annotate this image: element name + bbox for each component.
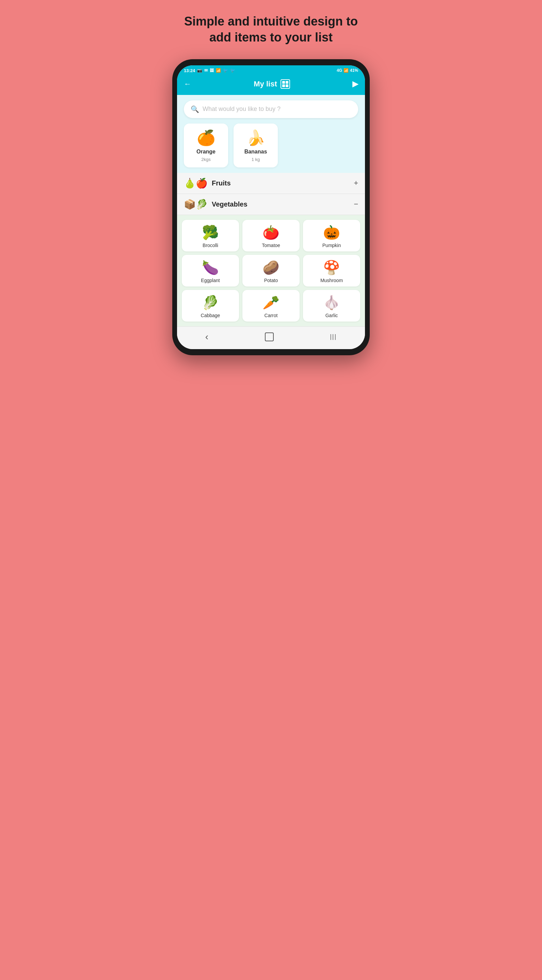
wifi-icon: 📶 [216,68,221,73]
qr-icon[interactable] [281,79,290,89]
category-vegetables[interactable]: 📦🥬 Vegetables − [177,194,365,215]
search-section: 🔍 What would you like to buy ? [177,95,365,124]
mail-icon: ✉ [204,68,208,73]
grid-item-brocolli[interactable]: 🥦 Brocolli [182,220,239,251]
potato-emoji: 🥔 [263,259,279,275]
vegetables-label: Vegetables [212,200,354,208]
orange-emoji: 🍊 [197,129,215,147]
fruits-emoji: 🍐🍎 [184,178,208,189]
camera-icon: 📷 [197,68,202,73]
grid-item-potato[interactable]: 🥔 Potato [242,255,300,286]
headline-line2: add items to your list [209,30,333,44]
app-title-group: My list [253,79,290,89]
brocolli-emoji: 🥦 [202,224,219,240]
grid-item-eggplant[interactable]: 🍆 Eggplant [182,255,239,286]
pumpkin-name: Pumpkin [322,243,341,248]
category-fruits[interactable]: 🍐🍎 Fruits + [177,173,365,194]
qr-dot [282,84,285,87]
carrot-emoji: 🥕 [263,295,279,311]
twitter-icon1: 🐦 [223,68,228,73]
signal-label: 4G [337,68,342,73]
bananas-name: Bananas [244,149,267,155]
item-card-orange[interactable]: 🍊 Orange 2kgs [184,124,228,167]
fruits-toggle[interactable]: + [354,179,358,188]
status-bar: 13:24 📷 ✉ 🖼 📶 🐦 🐦 4G 📶 41% [177,65,365,75]
search-placeholder: What would you like to buy ? [202,105,281,113]
cabbage-name: Cabbage [201,313,220,318]
back-button[interactable]: ← [184,80,191,89]
vegetables-toggle[interactable]: − [354,200,358,208]
forward-button[interactable]: ▶ [352,80,358,89]
status-time: 13:24 [184,68,195,73]
image-icon: 🖼 [210,68,214,73]
battery-label: 41% [350,68,358,73]
recent-items: 🍊 Orange 2kgs 🍌 Bananas 1 kg [177,124,365,173]
search-box[interactable]: 🔍 What would you like to buy ? [184,100,358,118]
status-right: 4G 📶 41% [337,68,358,73]
status-left: 13:24 📷 ✉ 🖼 📶 🐦 🐦 [184,68,235,73]
qr-dot [285,84,289,87]
brocolli-name: Brocolli [202,243,218,248]
app-bar: ← My list ▶ [177,75,365,95]
grid-item-cabbage[interactable]: 🥬 Cabbage [182,290,239,321]
page-wrapper: Simple and intuitive design to add items… [136,14,406,355]
mushroom-name: Mushroom [320,278,343,283]
bottom-nav: ‹ ||| [177,326,365,349]
mushroom-emoji: 🍄 [323,259,340,275]
potato-name: Potato [264,278,278,283]
tomatoe-name: Tomatoe [262,243,280,248]
headline: Simple and intuitive design to add items… [184,14,358,46]
item-card-bananas[interactable]: 🍌 Bananas 1 kg [234,124,278,167]
bananas-emoji: 🍌 [247,129,265,147]
vegetables-emoji: 📦🥬 [184,199,208,210]
fruits-label: Fruits [212,179,354,187]
bananas-qty: 1 kg [252,157,260,162]
twitter-icon2: 🐦 [230,68,235,73]
phone-inner: 13:24 📷 ✉ 🖼 📶 🐦 🐦 4G 📶 41% ← [177,65,365,349]
eggplant-emoji: 🍆 [202,259,219,275]
nav-home-button[interactable] [265,332,274,341]
qr-dot [285,81,289,84]
eggplant-name: Eggplant [201,278,220,283]
orange-name: Orange [196,149,215,155]
qr-dot [282,81,285,84]
tomatoe-emoji: 🍅 [263,224,279,240]
grid-item-carrot[interactable]: 🥕 Carrot [242,290,300,321]
app-title: My list [253,80,277,89]
nav-back-button[interactable]: ‹ [205,331,208,342]
cabbage-emoji: 🥬 [202,295,219,311]
headline-line1: Simple and intuitive design to [184,14,358,28]
search-icon: 🔍 [191,105,199,113]
carrot-name: Carrot [265,313,278,318]
grid-item-pumpkin[interactable]: 🎃 Pumpkin [303,220,360,251]
signal-icon: 📶 [344,68,349,73]
garlic-emoji: 🧄 [323,295,340,311]
phone-shell: 13:24 📷 ✉ 🖼 📶 🐦 🐦 4G 📶 41% ← [172,59,370,355]
garlic-name: Garlic [325,313,338,318]
vegetables-grid: 🥦 Brocolli 🍅 Tomatoe 🎃 Pumpkin 🍆 Eggplan… [177,215,365,326]
grid-item-mushroom[interactable]: 🍄 Mushroom [303,255,360,286]
orange-qty: 2kgs [201,157,210,162]
grid-item-tomatoe[interactable]: 🍅 Tomatoe [242,220,300,251]
nav-recent-button[interactable]: ||| [330,333,337,340]
pumpkin-emoji: 🎃 [323,224,340,240]
grid-item-garlic[interactable]: 🧄 Garlic [303,290,360,321]
